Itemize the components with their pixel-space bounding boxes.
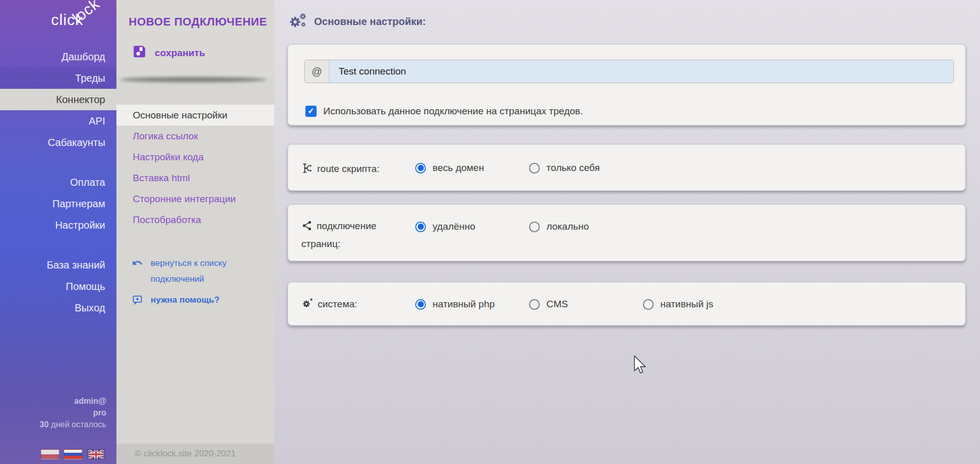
radio-unselected-icon[interactable] bbox=[643, 299, 654, 310]
radio-label: удалённо bbox=[433, 221, 475, 232]
account-days-left: 30 дней осталось bbox=[0, 419, 106, 430]
sidebar-item-logout[interactable]: Выход bbox=[0, 297, 116, 319]
connection-name-card: @ Использовать данное подключение на стр… bbox=[288, 44, 966, 126]
account-plan: pro bbox=[0, 407, 106, 419]
radio-label: только себя bbox=[546, 162, 600, 174]
panel-menu-item-code-settings[interactable]: Настройки кода bbox=[116, 146, 274, 167]
panel-menu-item-postprocessing[interactable]: Постобработка bbox=[116, 209, 274, 230]
add-comment-icon bbox=[132, 294, 143, 310]
main-content: Основные настройки: @ Использовать данно… bbox=[274, 0, 980, 464]
help-link-label: нужна помощь? bbox=[151, 292, 220, 310]
save-icon bbox=[132, 44, 147, 62]
radio-only-self[interactable]: только себя bbox=[529, 162, 600, 174]
script-route-label: route скрипта: bbox=[301, 161, 379, 179]
gear-icon bbox=[301, 297, 314, 314]
panel-header: НОВОЕ ПОДКЛЮЧЕНИЕ сохранить bbox=[116, 0, 274, 77]
uk-flag-icon[interactable] bbox=[87, 449, 105, 459]
radio-label: локально bbox=[546, 221, 589, 232]
russia-flag-icon[interactable] bbox=[64, 449, 82, 459]
radio-selected-icon[interactable] bbox=[415, 222, 426, 232]
pages-connection-label: подключение страниц: bbox=[301, 218, 392, 252]
sidebar-item-payment[interactable]: Оплата bbox=[0, 172, 116, 193]
clicklock-logo[interactable]: clicklock bbox=[51, 11, 113, 29]
radio-label: весь домен bbox=[433, 162, 484, 174]
sidebar-item-api[interactable]: API bbox=[0, 110, 116, 132]
sidebar-item-help[interactable]: Помощь bbox=[0, 276, 116, 297]
save-button-label: сохранить bbox=[155, 47, 205, 59]
route-icon bbox=[301, 162, 313, 179]
sidebar-item-subaccounts[interactable]: Сабакаунты bbox=[0, 132, 116, 153]
nav-gap bbox=[0, 153, 116, 172]
radio-label: нативный js bbox=[660, 299, 713, 310]
connection-name-input[interactable] bbox=[329, 60, 953, 83]
connection-panel: НОВОЕ ПОДКЛЮЧЕНИЕ сохранить Основные нас… bbox=[116, 0, 274, 464]
radio-remote[interactable]: удалённо bbox=[415, 221, 475, 233]
panel-links: вернуться к спискуподключений нужна помо… bbox=[132, 255, 259, 315]
connection-name-group: @ bbox=[304, 60, 954, 83]
radio-label: CMS bbox=[546, 299, 568, 310]
checkbox-label: Использовать данное подключение на стран… bbox=[323, 106, 583, 117]
panel-menu: Основные настройки Логика ссылок Настрой… bbox=[116, 105, 274, 230]
radio-selected-icon[interactable] bbox=[415, 299, 426, 310]
panel-menu-item-integrations[interactable]: Сторонние интеграции bbox=[116, 188, 274, 209]
page-heading: Основные настройки: bbox=[289, 11, 426, 32]
sidebar-nav: Дашборд Треды Коннектор API Сабакаунты О… bbox=[0, 46, 116, 319]
use-on-threads-checkbox-row[interactable]: Использовать данное подключение на стран… bbox=[305, 106, 583, 117]
panel-menu-item-link-logic[interactable]: Логика ссылок bbox=[116, 126, 274, 146]
sidebar-item-dashboard[interactable]: Дашборд bbox=[0, 46, 116, 67]
system-card: система: нативный php CMS нативный js bbox=[288, 282, 966, 326]
poland-flag-icon[interactable] bbox=[41, 449, 59, 459]
share-icon bbox=[301, 220, 313, 236]
radio-local[interactable]: локально bbox=[529, 221, 589, 233]
panel-footer: © clicklock.site 2020-2021 bbox=[116, 444, 274, 464]
radio-unselected-icon[interactable] bbox=[529, 299, 540, 310]
sidebar-item-settings[interactable]: Настройки bbox=[0, 214, 116, 236]
language-switcher bbox=[41, 449, 105, 459]
panel-title: НОВОЕ ПОДКЛЮЧЕНИЕ bbox=[129, 15, 267, 29]
script-route-card: route скрипта: весь домен только себя bbox=[288, 144, 966, 191]
save-button[interactable]: сохранить bbox=[132, 44, 205, 62]
account-info: admin@ pro 30 дней осталось bbox=[0, 395, 116, 430]
radio-label: нативный php bbox=[433, 299, 495, 310]
undo-arrow-icon bbox=[132, 257, 143, 287]
sidebar-item-threads[interactable]: Треды bbox=[0, 67, 116, 89]
panel-menu-item-html-insert[interactable]: Вставка html bbox=[116, 167, 274, 188]
back-link-label: вернуться к спискуподключений bbox=[151, 255, 227, 287]
at-prefix: @ bbox=[305, 60, 329, 83]
radio-native-php[interactable]: нативный php bbox=[415, 298, 495, 310]
panel-divider bbox=[121, 77, 267, 82]
sidebar-item-connector[interactable]: Коннектор bbox=[0, 89, 116, 110]
system-label: система: bbox=[301, 296, 357, 314]
radio-selected-icon[interactable] bbox=[415, 163, 426, 174]
radio-unselected-icon[interactable] bbox=[529, 222, 540, 232]
account-email: admin@ bbox=[0, 395, 106, 407]
radio-cms[interactable]: CMS bbox=[529, 298, 568, 310]
checkbox-checked-icon[interactable] bbox=[305, 106, 317, 117]
gears-icon bbox=[289, 11, 307, 32]
radio-unselected-icon[interactable] bbox=[529, 163, 540, 174]
pages-connection-card: подключение страниц: удалённо локально bbox=[288, 204, 966, 261]
back-to-connections-link[interactable]: вернуться к спискуподключений bbox=[132, 255, 259, 287]
sidebar-item-knowledge-base[interactable]: База знаний bbox=[0, 254, 116, 276]
nav-gap bbox=[0, 236, 116, 254]
sidebar-item-partners[interactable]: Партнерам bbox=[0, 193, 116, 214]
radio-whole-domain[interactable]: весь домен bbox=[415, 162, 484, 174]
need-help-link[interactable]: нужна помощь? bbox=[132, 292, 259, 310]
panel-menu-item-main-settings[interactable]: Основные настройки bbox=[116, 105, 274, 126]
sidebar: clicklock Дашборд Треды Коннектор API Са… bbox=[0, 0, 116, 464]
page-title: Основные настройки: bbox=[314, 16, 426, 28]
radio-native-js[interactable]: нативный js bbox=[643, 298, 713, 310]
